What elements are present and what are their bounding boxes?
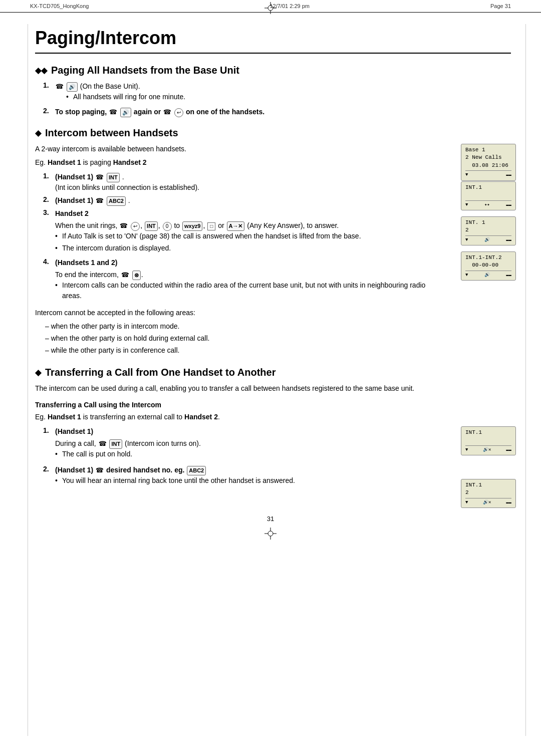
or-text: or <box>218 221 226 229</box>
screen3-panel: INT. 1 2 ▼ 🔊 ▬▬ <box>461 216 516 245</box>
s2-star-btn: A→✕ <box>227 221 245 231</box>
double-diamond-icon: ◆◆ <box>35 66 47 75</box>
screen5-line1: INT.1 <box>465 429 511 436</box>
screen6-signal: ▼ <box>465 499 468 506</box>
s3-int-btn: INT <box>109 439 122 449</box>
s2-h-icon: ☎ <box>120 221 128 231</box>
s2-step4-bullet1: Intercom calls can be conducted within t… <box>62 280 436 301</box>
s2-back-icon: ↩ <box>131 222 140 231</box>
dash-item2: – when the other party is on hold during… <box>45 333 511 344</box>
screen4-panel: INT.1-INT.2 00-00-00 ▼ 🔊 ▬▬ <box>461 251 516 281</box>
s3-step2-content: (Handset 1) ☎ desired handset no. eg. AB… <box>55 465 436 487</box>
page-title: Paging/Intercom <box>35 28 511 54</box>
section3-header: ◆ Transferring a Call from One Handset t… <box>35 367 511 378</box>
step2-again: again or <box>134 108 163 116</box>
s2-handset-icon-1: ☎ <box>96 172 104 182</box>
s2-2-btn: ABC2 <box>107 196 126 206</box>
section1-title: Paging All Handsets from the Base Unit <box>51 65 239 76</box>
s2-step2-label: (Handset 1) <box>55 196 93 204</box>
diamond-icon-3: ◆ <box>35 368 41 377</box>
svg-point-0 <box>268 6 273 11</box>
page-number: 31 <box>0 515 541 523</box>
screen2-icons: ✦✦ <box>484 202 490 208</box>
main-content: Paging/Intercom ◆◆ Paging All Handsets f… <box>0 13 541 505</box>
s2-int-btn: INT <box>107 173 120 182</box>
s2-step1-content: (Handset 1) ☎ INT . (Int icon blinks unt… <box>55 172 436 193</box>
s2-step1-dot: . <box>122 173 124 181</box>
section1-step2: 2. To stop paging, ☎ 🔊 again or ☎ ↩ on o… <box>43 107 511 117</box>
step2-num: 2. <box>43 107 55 115</box>
section2-intro2: Eg. Handset 1 is paging Handset 2 <box>35 157 511 168</box>
screen4-speaker: 🔊 <box>484 272 490 279</box>
diamond-icon-2: ◆ <box>35 128 41 138</box>
s2-step4-label: (Handsets 1 and 2) <box>55 259 117 267</box>
screen1-battery: ▬▬ <box>506 172 511 178</box>
screen1-line2: 2 New Calls <box>465 154 511 161</box>
s2-step3-content: Handset 2 When the unit rings, ☎ ↩, INT,… <box>55 208 436 255</box>
s3-step1-content: (Handset 1) During a call, ☎ INT (Interc… <box>55 426 436 461</box>
end-call-icon: ↩ <box>174 108 183 117</box>
s3-step1: 1. (Handset 1) During a call, ☎ INT (Int… <box>43 426 511 461</box>
screen5-signal: ▼ <box>465 447 468 453</box>
screen4-battery: ▬▬ <box>506 272 511 279</box>
page-container: KX-TCD705_HongKong 12/7/01 2:29 pm Page … <box>0 0 541 756</box>
screen5-icons: 🔊✕ <box>483 447 491 453</box>
s2-hash-btn: □ <box>207 222 215 230</box>
screen4-line1: INT.1-INT.2 <box>465 254 511 262</box>
section1-step1: 1. ☎ 🔊 (On the Base Unit). All handsets … <box>43 81 511 104</box>
crosshair-bottom <box>0 528 541 549</box>
section3-steps-container: INT.1 ▼ 🔊✕ ▬▬ INT.1 2 ▼ 🔊✕ ▬▬ <box>35 426 511 487</box>
s3-step2-label: (Handset 1) <box>55 466 93 474</box>
header-left: KX-TCD705_HongKong <box>30 3 89 9</box>
screen1-signal: ▼ <box>465 172 468 178</box>
screen4-footer: ▼ 🔊 ▬▬ <box>465 271 511 279</box>
s2-int-btn2: INT <box>145 221 158 231</box>
section3-eg: Eg. Handset 1 is transferring an externa… <box>35 412 511 422</box>
screen6-line2: 2 <box>465 489 511 496</box>
screen2-line1: INT.1 <box>465 184 511 191</box>
s3-step1-num: 1. <box>43 426 55 434</box>
s2-step3: 3. Handset 2 When the unit rings, ☎ ↩, I… <box>43 208 511 255</box>
s2-step4-num: 4. <box>43 258 55 266</box>
screen1-line3: 03.08 21:06 <box>465 162 511 169</box>
s3-h-icon2: ☎ <box>96 465 104 475</box>
header-right: Page 31 <box>490 3 511 9</box>
step1-text: (On the Base Unit). <box>80 82 140 90</box>
screen1-panel: Base 1 2 New Calls 03.08 21:06 ▼ ▬▬ <box>461 144 516 181</box>
s2-step3-num: 3. <box>43 208 55 216</box>
step1-content: ☎ 🔊 (On the Base Unit). All handsets wil… <box>55 81 511 104</box>
s2-step1: 1. (Handset 1) ☎ INT . (Int icon blinks … <box>43 172 511 193</box>
s3-step2-desired: desired handset no. eg. <box>106 466 186 474</box>
handset-icon-2: ☎ <box>109 107 117 117</box>
screen6-icons: 🔊✕ <box>483 499 491 506</box>
dash-item1: – when the other party is in intercom mo… <box>45 321 511 332</box>
page-header: KX-TCD705_HongKong 12/7/01 2:29 pm Page … <box>0 0 541 13</box>
s3-step1-text: During a call, ☎ INT (Intercom icon turn… <box>55 438 436 449</box>
screen2-footer: ▼ ✦✦ ▬▬ <box>465 200 511 208</box>
screen2-panel: INT.1 ▼ ✦✦ ▬▬ <box>461 181 516 210</box>
s2-step4-content: (Handsets 1 and 2) To end the intercom, … <box>55 258 436 303</box>
screen6-line1: INT.1 <box>465 481 511 489</box>
s2-0-btn: 0 <box>163 222 172 231</box>
screen2-signal: ▼ <box>465 202 468 208</box>
to-text: to <box>174 221 182 229</box>
s2-step3-text: When the unit rings, ☎ ↩, INT, 0 to wxyz… <box>55 220 436 231</box>
screen3-line2: 2 <box>465 226 511 234</box>
s2-step3-bullet1: If Auto Talk is set to 'ON' (page 38) th… <box>62 231 436 241</box>
screen3-footer: ▼ 🔊 ▬▬ <box>465 235 511 243</box>
section2-intro1: A 2-way intercom is available between ha… <box>35 144 511 154</box>
s2-step4-text: To end the intercom, ☎ ⊗. <box>55 270 436 280</box>
screen2-battery: ▬▬ <box>506 202 511 208</box>
s3-step1-bullet: The call is put on hold. <box>62 449 436 459</box>
s2-end-btn: ⊗ <box>132 271 141 280</box>
step1-bullet1: All handsets will ring for one minute. <box>73 92 511 102</box>
s2-handset-icon-2: ☎ <box>96 196 104 206</box>
s2-step1-note: (Int icon blinks until connection is est… <box>55 182 436 193</box>
screen5-battery: ▬▬ <box>506 447 511 453</box>
section2-title: Intercom between Handsets <box>45 127 178 139</box>
screen3-speaker: 🔊 <box>484 237 490 243</box>
s2-step4: 4. (Handsets 1 and 2) To end the interco… <box>43 258 511 303</box>
section3-title: Transferring a Call from One Handset to … <box>45 367 276 378</box>
handset-icon-3: ☎ <box>163 107 171 117</box>
s3-step2-num: 2. <box>43 465 55 473</box>
